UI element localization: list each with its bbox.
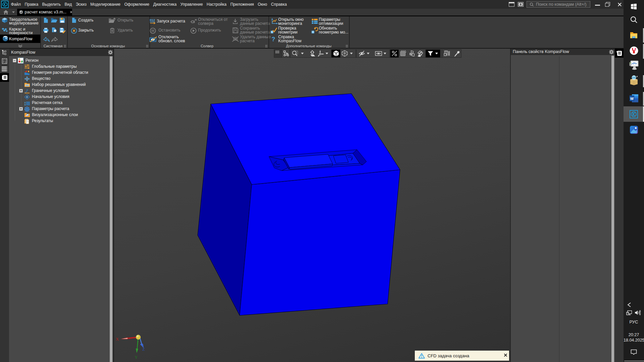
svg-text:X: X: [116, 337, 119, 342]
svg-text:Z: Z: [142, 347, 145, 352]
svg-text:W: W: [630, 97, 634, 101]
svg-text:Y: Y: [135, 355, 138, 360]
svg-text:012: 012: [150, 18, 155, 22]
